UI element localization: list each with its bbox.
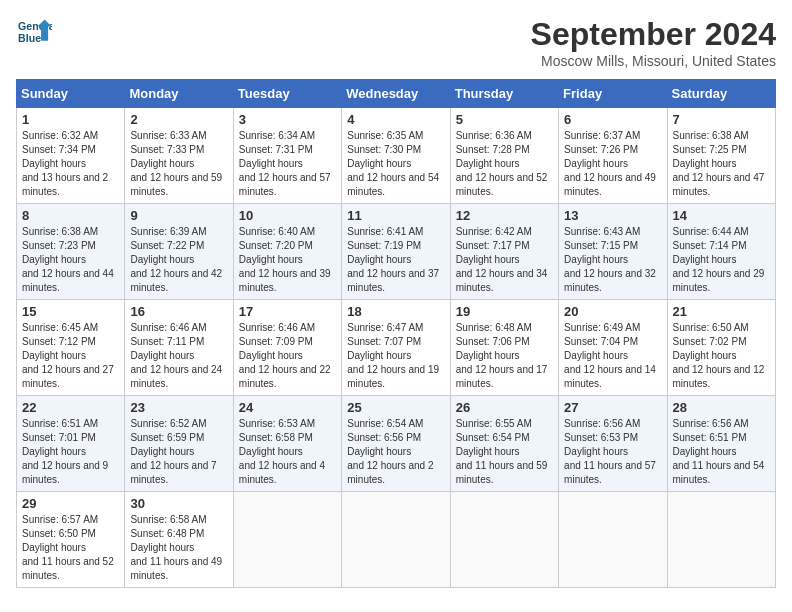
day-detail: Sunrise: 6:49 AMSunset: 7:04 PMDaylight … (564, 322, 656, 389)
day-detail: Sunrise: 6:33 AMSunset: 7:33 PMDaylight … (130, 130, 222, 197)
calendar-cell: 28 Sunrise: 6:56 AMSunset: 6:51 PMDaylig… (667, 396, 775, 492)
day-detail: Sunrise: 6:36 AMSunset: 7:28 PMDaylight … (456, 130, 548, 197)
calendar-cell (233, 492, 341, 588)
day-detail: Sunrise: 6:46 AMSunset: 7:11 PMDaylight … (130, 322, 222, 389)
calendar-cell: 2 Sunrise: 6:33 AMSunset: 7:33 PMDayligh… (125, 108, 233, 204)
day-detail: Sunrise: 6:38 AMSunset: 7:25 PMDaylight … (673, 130, 765, 197)
day-detail: Sunrise: 6:40 AMSunset: 7:20 PMDaylight … (239, 226, 331, 293)
page-title: September 2024 (531, 16, 776, 53)
day-header-sunday: Sunday (17, 80, 125, 108)
calendar-cell: 14 Sunrise: 6:44 AMSunset: 7:14 PMDaylig… (667, 204, 775, 300)
day-number: 4 (347, 112, 444, 127)
day-header-wednesday: Wednesday (342, 80, 450, 108)
calendar-week-5: 29 Sunrise: 6:57 AMSunset: 6:50 PMDaylig… (17, 492, 776, 588)
day-detail: Sunrise: 6:58 AMSunset: 6:48 PMDaylight … (130, 514, 222, 581)
calendar-cell: 10 Sunrise: 6:40 AMSunset: 7:20 PMDaylig… (233, 204, 341, 300)
day-detail: Sunrise: 6:39 AMSunset: 7:22 PMDaylight … (130, 226, 222, 293)
day-detail: Sunrise: 6:55 AMSunset: 6:54 PMDaylight … (456, 418, 548, 485)
day-detail: Sunrise: 6:53 AMSunset: 6:58 PMDaylight … (239, 418, 325, 485)
day-detail: Sunrise: 6:44 AMSunset: 7:14 PMDaylight … (673, 226, 765, 293)
day-detail: Sunrise: 6:56 AMSunset: 6:53 PMDaylight … (564, 418, 656, 485)
calendar-cell: 16 Sunrise: 6:46 AMSunset: 7:11 PMDaylig… (125, 300, 233, 396)
day-detail: Sunrise: 6:56 AMSunset: 6:51 PMDaylight … (673, 418, 765, 485)
day-detail: Sunrise: 6:34 AMSunset: 7:31 PMDaylight … (239, 130, 331, 197)
day-detail: Sunrise: 6:46 AMSunset: 7:09 PMDaylight … (239, 322, 331, 389)
day-number: 30 (130, 496, 227, 511)
day-detail: Sunrise: 6:41 AMSunset: 7:19 PMDaylight … (347, 226, 439, 293)
day-number: 26 (456, 400, 553, 415)
day-number: 12 (456, 208, 553, 223)
calendar-cell: 5 Sunrise: 6:36 AMSunset: 7:28 PMDayligh… (450, 108, 558, 204)
day-number: 22 (22, 400, 119, 415)
calendar-cell: 4 Sunrise: 6:35 AMSunset: 7:30 PMDayligh… (342, 108, 450, 204)
day-detail: Sunrise: 6:37 AMSunset: 7:26 PMDaylight … (564, 130, 656, 197)
calendar-week-2: 8 Sunrise: 6:38 AMSunset: 7:23 PMDayligh… (17, 204, 776, 300)
page-subtitle: Moscow Mills, Missouri, United States (531, 53, 776, 69)
day-number: 8 (22, 208, 119, 223)
day-number: 19 (456, 304, 553, 319)
day-detail: Sunrise: 6:42 AMSunset: 7:17 PMDaylight … (456, 226, 548, 293)
day-header-tuesday: Tuesday (233, 80, 341, 108)
calendar-cell (450, 492, 558, 588)
day-number: 1 (22, 112, 119, 127)
day-detail: Sunrise: 6:35 AMSunset: 7:30 PMDaylight … (347, 130, 439, 197)
calendar-week-3: 15 Sunrise: 6:45 AMSunset: 7:12 PMDaylig… (17, 300, 776, 396)
day-detail: Sunrise: 6:54 AMSunset: 6:56 PMDaylight … (347, 418, 433, 485)
day-number: 29 (22, 496, 119, 511)
calendar-week-4: 22 Sunrise: 6:51 AMSunset: 7:01 PMDaylig… (17, 396, 776, 492)
calendar-header-row: SundayMondayTuesdayWednesdayThursdayFrid… (17, 80, 776, 108)
calendar-cell: 21 Sunrise: 6:50 AMSunset: 7:02 PMDaylig… (667, 300, 775, 396)
calendar-cell: 26 Sunrise: 6:55 AMSunset: 6:54 PMDaylig… (450, 396, 558, 492)
calendar-cell (559, 492, 667, 588)
day-number: 23 (130, 400, 227, 415)
calendar-cell: 23 Sunrise: 6:52 AMSunset: 6:59 PMDaylig… (125, 396, 233, 492)
day-number: 16 (130, 304, 227, 319)
calendar-cell: 1 Sunrise: 6:32 AMSunset: 7:34 PMDayligh… (17, 108, 125, 204)
calendar-week-1: 1 Sunrise: 6:32 AMSunset: 7:34 PMDayligh… (17, 108, 776, 204)
title-area: September 2024 Moscow Mills, Missouri, U… (531, 16, 776, 69)
day-number: 11 (347, 208, 444, 223)
day-number: 28 (673, 400, 770, 415)
day-number: 18 (347, 304, 444, 319)
logo-icon: General Blue (16, 16, 52, 46)
day-detail: Sunrise: 6:43 AMSunset: 7:15 PMDaylight … (564, 226, 656, 293)
day-detail: Sunrise: 6:32 AMSunset: 7:34 PMDaylight … (22, 130, 108, 197)
calendar-cell: 22 Sunrise: 6:51 AMSunset: 7:01 PMDaylig… (17, 396, 125, 492)
day-number: 24 (239, 400, 336, 415)
calendar-cell (342, 492, 450, 588)
day-number: 7 (673, 112, 770, 127)
day-number: 9 (130, 208, 227, 223)
day-detail: Sunrise: 6:38 AMSunset: 7:23 PMDaylight … (22, 226, 114, 293)
day-detail: Sunrise: 6:50 AMSunset: 7:02 PMDaylight … (673, 322, 765, 389)
calendar-cell: 18 Sunrise: 6:47 AMSunset: 7:07 PMDaylig… (342, 300, 450, 396)
day-number: 14 (673, 208, 770, 223)
calendar-cell: 11 Sunrise: 6:41 AMSunset: 7:19 PMDaylig… (342, 204, 450, 300)
calendar-cell: 17 Sunrise: 6:46 AMSunset: 7:09 PMDaylig… (233, 300, 341, 396)
day-number: 5 (456, 112, 553, 127)
calendar-cell: 29 Sunrise: 6:57 AMSunset: 6:50 PMDaylig… (17, 492, 125, 588)
calendar-table: SundayMondayTuesdayWednesdayThursdayFrid… (16, 79, 776, 588)
day-detail: Sunrise: 6:51 AMSunset: 7:01 PMDaylight … (22, 418, 108, 485)
calendar-cell: 7 Sunrise: 6:38 AMSunset: 7:25 PMDayligh… (667, 108, 775, 204)
day-header-monday: Monday (125, 80, 233, 108)
day-detail: Sunrise: 6:48 AMSunset: 7:06 PMDaylight … (456, 322, 548, 389)
day-number: 17 (239, 304, 336, 319)
logo: General Blue (16, 16, 52, 46)
day-number: 20 (564, 304, 661, 319)
day-number: 25 (347, 400, 444, 415)
calendar-cell: 8 Sunrise: 6:38 AMSunset: 7:23 PMDayligh… (17, 204, 125, 300)
calendar-cell: 13 Sunrise: 6:43 AMSunset: 7:15 PMDaylig… (559, 204, 667, 300)
calendar-cell: 12 Sunrise: 6:42 AMSunset: 7:17 PMDaylig… (450, 204, 558, 300)
calendar-cell: 20 Sunrise: 6:49 AMSunset: 7:04 PMDaylig… (559, 300, 667, 396)
day-detail: Sunrise: 6:57 AMSunset: 6:50 PMDaylight … (22, 514, 114, 581)
day-number: 10 (239, 208, 336, 223)
calendar-cell: 6 Sunrise: 6:37 AMSunset: 7:26 PMDayligh… (559, 108, 667, 204)
calendar-cell: 30 Sunrise: 6:58 AMSunset: 6:48 PMDaylig… (125, 492, 233, 588)
day-detail: Sunrise: 6:47 AMSunset: 7:07 PMDaylight … (347, 322, 439, 389)
calendar-cell: 15 Sunrise: 6:45 AMSunset: 7:12 PMDaylig… (17, 300, 125, 396)
day-number: 21 (673, 304, 770, 319)
day-header-thursday: Thursday (450, 80, 558, 108)
calendar-cell: 24 Sunrise: 6:53 AMSunset: 6:58 PMDaylig… (233, 396, 341, 492)
calendar-cell: 27 Sunrise: 6:56 AMSunset: 6:53 PMDaylig… (559, 396, 667, 492)
page-header: General Blue September 2024 Moscow Mills… (16, 16, 776, 69)
